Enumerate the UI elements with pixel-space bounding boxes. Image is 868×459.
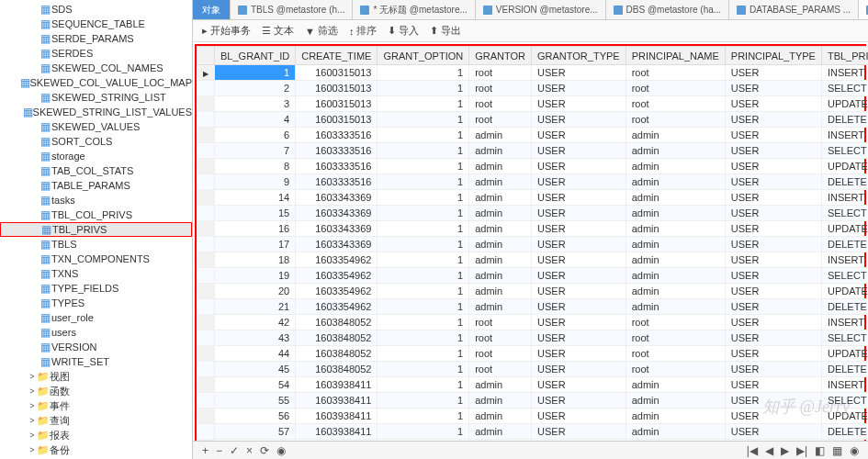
cell[interactable]: admin — [469, 440, 532, 442]
cell[interactable]: admin — [626, 284, 725, 299]
table-row[interactable]: 4316038480521rootUSERrootUSERSELECT12151 — [197, 330, 869, 346]
table-row[interactable]: 4216038480521rootUSERrootUSERINSERT12151 — [197, 315, 869, 330]
cell[interactable]: UPDATE — [821, 409, 868, 424]
cell[interactable]: 1600315013 — [296, 81, 378, 96]
cell[interactable]: admin — [626, 299, 725, 315]
cell[interactable]: 1600315013 — [296, 65, 378, 81]
status-button[interactable]: ▦ — [832, 444, 842, 457]
cell[interactable]: 42 — [215, 315, 296, 330]
cell[interactable]: 1603333516 — [296, 143, 378, 159]
cell[interactable]: admin — [626, 424, 725, 440]
table-row[interactable]: 4516038480521rootUSERrootUSERDELETE12151 — [197, 362, 869, 377]
cell[interactable]: USER — [532, 65, 626, 81]
column-header[interactable]: GRANT_OPTION — [378, 47, 469, 65]
table-row[interactable]: 1816033549621adminUSERadminUSERINSERT105… — [197, 252, 869, 268]
cell[interactable]: admin — [626, 252, 725, 268]
sort-button[interactable]: ↕排序 — [349, 24, 378, 38]
cell[interactable]: 43 — [215, 330, 296, 346]
cell[interactable]: USER — [725, 409, 821, 424]
table-row[interactable]: 1416033433691adminUSERadminUSERINSERT104… — [197, 190, 869, 206]
cell[interactable]: root — [469, 330, 532, 346]
status-button[interactable]: − — [216, 444, 222, 457]
cell[interactable]: 6 — [215, 128, 296, 143]
cell[interactable]: USER — [725, 143, 821, 159]
cell[interactable]: USER — [532, 424, 626, 440]
cell[interactable]: 1 — [378, 424, 469, 440]
tree-item--[interactable]: >📁 备份 — [0, 442, 192, 457]
column-header[interactable]: TBL_PRIV — [821, 47, 868, 65]
cell[interactable]: SELECT — [821, 393, 868, 409]
cell[interactable]: admin — [626, 159, 725, 174]
cell[interactable]: admin — [469, 206, 532, 221]
cell[interactable]: admin — [469, 143, 532, 159]
cell[interactable]: 1603343369 — [296, 237, 378, 252]
tree-item-tab-col-stats[interactable]: ▦ TAB_COL_STATS — [0, 163, 192, 178]
cell[interactable]: 57 — [215, 424, 296, 440]
tree-item-skewed-values[interactable]: ▦ SKEWED_VALUES — [0, 119, 192, 134]
tree-item-skewed-string-list[interactable]: ▦ SKEWED_STRING_LIST — [0, 90, 192, 105]
cell[interactable]: DELETE — [821, 112, 868, 128]
status-button[interactable]: ◉ — [850, 444, 859, 457]
table-row[interactable]: 5516039384111adminUSERadminUSERSELECT124… — [197, 393, 869, 409]
cell[interactable]: USER — [532, 174, 626, 190]
cell[interactable]: admin — [626, 221, 725, 237]
table-row[interactable]: 5616039384111adminUSERadminUSERUPDATE124… — [197, 409, 869, 424]
cell[interactable]: 1 — [378, 237, 469, 252]
table-row[interactable]: 116003150131rootUSERrootUSERINSERT4331 — [197, 65, 869, 81]
cell[interactable]: 1603354962 — [296, 284, 378, 299]
status-button[interactable]: |◀ — [747, 444, 758, 457]
cell[interactable]: admin — [626, 206, 725, 221]
cell[interactable]: USER — [532, 362, 626, 377]
cell[interactable]: 1 — [378, 65, 469, 81]
cell[interactable]: 1603938411 — [296, 393, 378, 409]
table-row[interactable]: 1516033433691adminUSERadminUSERSELECT104… — [197, 206, 869, 221]
cell[interactable]: UPDATE — [821, 221, 868, 237]
tree-item-serde-params[interactable]: ▦ SERDE_PARAMS — [0, 31, 192, 46]
tree-item--[interactable]: >📁 视图 — [0, 369, 192, 384]
cell[interactable]: 1603938411 — [296, 409, 378, 424]
cell[interactable]: admin — [469, 190, 532, 206]
cell[interactable]: 1 — [378, 206, 469, 221]
cell[interactable]: USER — [532, 377, 626, 393]
tab[interactable]: TBL_PRIVS @metasto... — [859, 0, 868, 19]
cell[interactable]: admin — [469, 159, 532, 174]
cell[interactable]: 1603938411 — [296, 377, 378, 393]
table-row[interactable]: 1916033549621adminUSERadminUSERSELECT105… — [197, 268, 869, 284]
cell[interactable]: DELETE — [821, 362, 868, 377]
cell[interactable]: 4 — [215, 112, 296, 128]
cell[interactable]: 1 — [378, 190, 469, 206]
tree-item-serdes[interactable]: ▦ SERDES — [0, 46, 192, 61]
tree-item-tbl-privs[interactable]: ▦ TBL_PRIVS — [0, 222, 192, 237]
cell[interactable]: 45 — [215, 362, 296, 377]
tree-item-skewed-string-list-values[interactable]: ▦ SKEWED_STRING_LIST_VALUES — [0, 105, 192, 119]
table-row[interactable]: 216003150131rootUSERrootUSERSELECT4331 — [197, 81, 869, 96]
column-header[interactable]: CREATE_TIME — [296, 47, 378, 65]
cell[interactable]: USER — [532, 143, 626, 159]
table-row[interactable]: 916033335161adminUSERadminUSERDELETE1044… — [197, 174, 869, 190]
cell[interactable]: 1603354962 — [296, 299, 378, 315]
cell[interactable]: 3 — [215, 96, 296, 112]
cell[interactable]: 1 — [215, 65, 296, 81]
cell[interactable]: DELETE — [821, 424, 868, 440]
cell[interactable]: admin — [626, 174, 725, 190]
cell[interactable]: DELETE — [821, 237, 868, 252]
cell[interactable]: root — [469, 65, 532, 81]
cell[interactable]: 1 — [378, 128, 469, 143]
table-row[interactable]: 2116033549621adminUSERadminUSERDELETE105… — [197, 299, 869, 315]
cell[interactable]: USER — [532, 409, 626, 424]
tree-item-type-fields[interactable]: ▦ TYPE_FIELDS — [0, 281, 192, 296]
status-button[interactable]: ⟳ — [260, 444, 269, 457]
cell[interactable]: 15 — [215, 206, 296, 221]
tab[interactable]: DBS @metastore (ha... — [606, 0, 730, 19]
cell[interactable]: 1 — [378, 96, 469, 112]
cell[interactable]: 1 — [378, 362, 469, 377]
cell[interactable]: root — [626, 346, 725, 362]
cell[interactable]: admin — [469, 424, 532, 440]
cell[interactable]: USER — [725, 362, 821, 377]
cell[interactable]: 17 — [215, 237, 296, 252]
cell[interactable]: 1 — [378, 330, 469, 346]
cell[interactable]: admin — [469, 409, 532, 424]
tab[interactable]: VERSION @metastore... — [476, 0, 606, 19]
expander-icon[interactable]: > — [28, 401, 37, 410]
tree-item-storage[interactable]: ▦ storage — [0, 149, 192, 163]
